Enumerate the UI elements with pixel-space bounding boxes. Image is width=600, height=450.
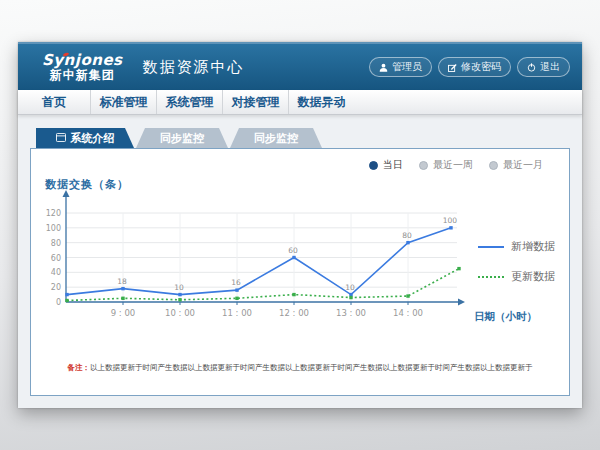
x-axis-title: 日期（小时） — [474, 310, 537, 323]
user-icon — [379, 63, 388, 72]
data-point-marker — [406, 241, 409, 244]
footnote-label: 备注： — [68, 363, 91, 372]
folder-icon — [56, 132, 66, 145]
data-point-label: 18 — [117, 277, 127, 286]
range-option-label: 最近一月 — [503, 158, 543, 172]
logo-text-en: Synjones — [42, 52, 123, 69]
svg-text:120: 120 — [46, 209, 61, 218]
x-tick-labels: 9 : 0010 : 0011 : 0012 : 0013 : 0014 : 0… — [111, 302, 423, 318]
data-point-marker — [457, 267, 460, 270]
logo: Synjones 新中新集团 — [42, 52, 123, 82]
data-point-marker — [349, 296, 352, 299]
data-point-marker — [65, 299, 68, 302]
user-action-label: 修改密码 — [461, 60, 501, 74]
data-point-marker — [292, 256, 295, 259]
nav-item-2[interactable]: 系统管理 — [156, 90, 222, 114]
svg-text:12 : 00: 12 : 00 — [279, 308, 309, 318]
data-point-label: 60 — [288, 246, 298, 255]
content-panel: 当日最近一周最近一月 数据交换（条） 0204060801001209 : 00… — [30, 148, 570, 396]
tab-0[interactable]: 系统介绍 — [36, 128, 134, 148]
tab-label: 同步监控 — [160, 131, 204, 146]
legend-label: 新增数据 — [511, 239, 555, 254]
legend-item-0: 新增数据 — [478, 239, 555, 254]
y-tick-labels: 020406080100120 — [46, 209, 61, 307]
svg-text:14 : 00: 14 : 00 — [393, 308, 423, 318]
y-axis-arrow-icon — [63, 190, 70, 197]
data-point-marker — [449, 226, 452, 229]
radio-unselected-icon — [489, 161, 498, 170]
tab-1[interactable]: 同步监控 — [136, 128, 228, 148]
data-point-label: 10 — [345, 283, 355, 292]
data-point-marker — [292, 293, 295, 296]
range-option-label: 当日 — [383, 158, 403, 172]
chart-legend: 新增数据更新数据 — [478, 239, 555, 284]
range-option-0[interactable]: 当日 — [369, 158, 403, 172]
svg-text:0: 0 — [56, 298, 61, 307]
tab-2[interactable]: 同步监控 — [230, 128, 322, 148]
footnote-text: 以上数据更新于时间产生数据以上数据更新于时间产生数据以上数据更新于时间产生数据以… — [90, 363, 533, 372]
svg-text:9 : 00: 9 : 00 — [111, 308, 136, 318]
legend-label: 更新数据 — [511, 269, 555, 284]
data-point-marker — [349, 293, 352, 296]
edit-icon — [448, 63, 457, 72]
tab-label: 同步监控 — [254, 131, 298, 146]
app-header: Synjones 新中新集团 数据资源中心 管理员修改密码退出 — [18, 42, 582, 90]
data-point-label: 16 — [231, 278, 241, 287]
svg-text:10 : 00: 10 : 00 — [165, 308, 195, 318]
svg-text:20: 20 — [51, 283, 61, 292]
svg-text:100: 100 — [46, 224, 61, 233]
range-option-1[interactable]: 最近一周 — [419, 158, 473, 172]
nav-item-3[interactable]: 对接管理 — [222, 90, 288, 114]
svg-text:80: 80 — [51, 239, 61, 248]
nav-item-0[interactable]: 首页 — [18, 90, 90, 114]
footnote: 备注：以上数据更新于时间产生数据以上数据更新于时间产生数据以上数据更新于时间产生… — [31, 363, 569, 373]
time-range-options: 当日最近一周最近一月 — [369, 158, 543, 172]
data-point-marker — [235, 288, 238, 291]
user-action-account[interactable]: 管理员 — [369, 57, 432, 77]
svg-text:13 : 00: 13 : 00 — [336, 308, 366, 318]
data-point-marker — [235, 297, 238, 300]
tab-bar: 系统介绍同步监控同步监控 — [36, 128, 582, 148]
user-action-change-password[interactable]: 修改密码 — [438, 57, 511, 77]
legend-swatch-dotted — [478, 276, 504, 278]
legend-item-1: 更新数据 — [478, 269, 555, 284]
tab-label: 系统介绍 — [71, 131, 115, 146]
data-point-marker — [65, 293, 68, 296]
user-actions: 管理员修改密码退出 — [369, 57, 570, 77]
data-point-marker — [121, 287, 124, 290]
legend-swatch-solid — [478, 246, 504, 248]
data-point-label: 10 — [174, 283, 184, 292]
line-chart: 0204060801001209 : 0010 : 0011 : 0012 : … — [37, 187, 547, 337]
app-window: Synjones 新中新集团 数据资源中心 管理员修改密码退出 首页标准管理系统… — [18, 42, 582, 408]
data-point-marker — [178, 298, 181, 301]
data-point-label: 80 — [402, 231, 412, 240]
data-point-label: 100 — [443, 216, 458, 225]
user-action-logout[interactable]: 退出 — [517, 57, 570, 77]
nav-item-1[interactable]: 标准管理 — [90, 90, 156, 114]
main-nav: 首页标准管理系统管理对接管理数据异动 — [18, 90, 582, 115]
svg-text:40: 40 — [51, 268, 61, 277]
user-action-label: 管理员 — [392, 60, 422, 74]
page-title: 数据资源中心 — [143, 58, 245, 77]
user-action-label: 退出 — [540, 60, 560, 74]
radio-unselected-icon — [419, 161, 428, 170]
data-point-marker — [121, 297, 124, 300]
logo-text-cn: 新中新集团 — [42, 69, 123, 82]
svg-text:11 : 00: 11 : 00 — [222, 308, 252, 318]
range-option-2[interactable]: 最近一月 — [489, 158, 543, 172]
power-icon — [527, 63, 536, 72]
nav-item-4[interactable]: 数据异动 — [288, 90, 354, 114]
radio-selected-icon — [369, 161, 378, 170]
svg-text:60: 60 — [51, 254, 61, 263]
x-axis-arrow-icon — [458, 299, 465, 306]
data-point-marker — [178, 293, 181, 296]
data-point-marker — [406, 294, 409, 297]
range-option-label: 最近一周 — [433, 158, 473, 172]
